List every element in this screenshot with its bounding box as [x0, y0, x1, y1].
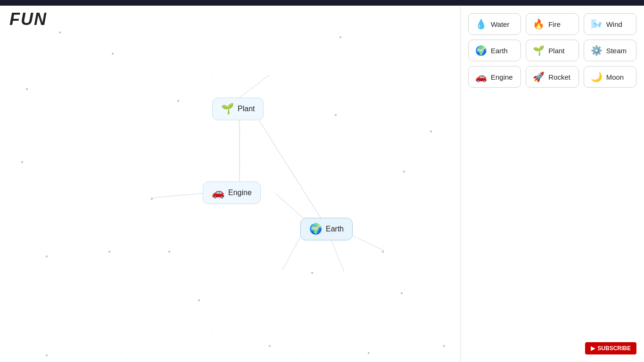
- subscribe-button[interactable]: ▶ SUBSCRIBE: [585, 342, 636, 354]
- sidebar-item-wind[interactable]: 🌬️Wind: [584, 13, 636, 35]
- sidebar-item-engine[interactable]: 🚗Engine: [468, 66, 521, 88]
- dot-5: [335, 114, 337, 116]
- emoji-wind: 🌬️: [591, 18, 603, 30]
- dot-4: [177, 100, 179, 102]
- dot-13: [403, 171, 405, 173]
- svg-line-5: [283, 237, 300, 270]
- label-water: Water: [491, 20, 509, 28]
- emoji-earth-node: 🌍: [309, 223, 322, 235]
- label-steam: Steam: [606, 47, 627, 55]
- plant-node[interactable]: 🌱Plant: [212, 98, 264, 120]
- emoji-engine: 🚗: [475, 71, 487, 82]
- dot-16: [269, 345, 271, 347]
- sidebar-item-steam[interactable]: ⚙️Steam: [584, 40, 636, 61]
- dot-7: [21, 161, 23, 163]
- label-engine-node: Engine: [228, 189, 252, 197]
- sidebar-item-fire[interactable]: 🔥Fire: [526, 13, 578, 35]
- subscribe-icon: ▶: [591, 345, 595, 352]
- dot-11: [168, 251, 170, 253]
- dot-6: [430, 131, 432, 132]
- earth-node[interactable]: 🌍Earth: [300, 218, 353, 240]
- dot-18: [401, 292, 403, 294]
- emoji-plant: 🌱: [533, 45, 545, 56]
- sidebar-item-moon[interactable]: 🌙Moon: [584, 66, 636, 88]
- label-earth-node: Earth: [326, 225, 344, 233]
- emoji-moon: 🌙: [591, 71, 603, 82]
- dot-3: [26, 88, 28, 90]
- emoji-engine-node: 🚗: [212, 187, 224, 199]
- dot-10: [108, 251, 110, 253]
- dot-2: [339, 36, 341, 38]
- emoji-fire: 🔥: [533, 18, 545, 30]
- emoji-water: 💧: [475, 18, 487, 30]
- dot-17: [443, 345, 445, 347]
- label-plant: Plant: [548, 47, 564, 55]
- label-plant-node: Plant: [238, 105, 255, 113]
- dot-9: [46, 255, 48, 257]
- dot-1: [112, 53, 114, 55]
- emoji-earth: 🌍: [475, 45, 487, 56]
- dot-15: [198, 299, 200, 301]
- svg-line-7: [151, 193, 203, 198]
- emoji-rocket: 🚀: [533, 71, 545, 82]
- topbar: [0, 0, 644, 6]
- dot-0: [59, 32, 61, 33]
- dot-8: [151, 198, 153, 200]
- label-engine: Engine: [491, 73, 513, 81]
- label-fire: Fire: [548, 20, 561, 28]
- label-wind: Wind: [606, 20, 622, 28]
- subscribe-label: SUBSCRIBE: [597, 345, 631, 352]
- svg-line-2: [275, 193, 304, 219]
- dot-19: [46, 354, 48, 356]
- emoji-plant-node: 🌱: [221, 103, 234, 115]
- dot-14: [311, 272, 313, 274]
- app-logo: FUN: [9, 9, 47, 29]
- sidebar-item-earth[interactable]: 🌍Earth: [468, 40, 521, 61]
- sidebar-item-plant[interactable]: 🌱Plant: [526, 40, 578, 61]
- label-earth: Earth: [491, 47, 508, 55]
- svg-line-4: [330, 237, 344, 272]
- elements-sidebar: 💧Water🔥Fire🌬️Wind🌍Earth🌱Plant⚙️Steam🚗Eng…: [460, 6, 644, 362]
- engine-node[interactable]: 🚗Engine: [203, 181, 261, 204]
- emoji-steam: ⚙️: [591, 45, 603, 56]
- label-moon: Moon: [606, 73, 624, 81]
- craft-canvas[interactable]: 🌱Plant🚗Engine🌍Earth: [0, 6, 460, 362]
- label-rocket: Rocket: [548, 73, 570, 81]
- sidebar-item-water[interactable]: 💧Water: [468, 13, 521, 35]
- dot-20: [368, 352, 370, 354]
- dot-12: [382, 251, 384, 253]
- svg-line-6: [239, 75, 269, 98]
- sidebar-item-rocket[interactable]: 🚀Rocket: [526, 66, 578, 88]
- svg-line-1: [256, 115, 321, 218]
